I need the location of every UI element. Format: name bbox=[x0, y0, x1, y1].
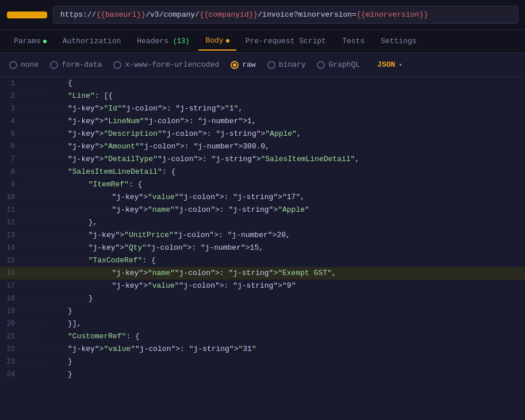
line-number: 2 bbox=[0, 90, 22, 102]
tab-dot-body bbox=[226, 39, 229, 43]
line-content: "j-key">"DetailType""j-colon">: "j-strin… bbox=[68, 153, 525, 166]
code-line: 15· · · · · · · · ·"TaxCodeRef": { bbox=[0, 254, 525, 267]
body-type-graphql[interactable]: GraphQL bbox=[317, 60, 360, 69]
tab-params[interactable]: Params bbox=[7, 32, 53, 50]
line-content: "j-key">"LineNum""j-colon">: "j-number">… bbox=[68, 115, 525, 128]
code-line: 24} bbox=[0, 368, 525, 381]
body-type-raw[interactable]: raw bbox=[231, 60, 255, 69]
radio-circle-graphql bbox=[317, 61, 325, 69]
line-number: 3 bbox=[0, 102, 22, 115]
code-line: 9· · · · · · · · ·"ItemRef": { bbox=[0, 178, 525, 191]
line-content: "j-key">"value""j-colon">: "j-string">"9… bbox=[112, 280, 525, 292]
code-line: 17· · · · · · · · · · · ·"j-key">"value"… bbox=[0, 280, 525, 292]
line-content: "TaxCodeRef": { bbox=[89, 254, 525, 267]
tab-authorization[interactable]: Authorization bbox=[56, 32, 128, 50]
line-number: 6 bbox=[0, 140, 22, 153]
code-line: 13· · · · · · · · ·"j-key">"UnitPrice""j… bbox=[0, 229, 525, 242]
line-content: "j-key">"value""j-colon">: "j-string">"3… bbox=[68, 343, 525, 356]
line-content: "j-key">"Qty""j-colon">: "j-number">15, bbox=[89, 242, 525, 254]
line-content: } bbox=[89, 292, 525, 305]
line-number: 19 bbox=[0, 305, 22, 318]
tab-settings[interactable]: Settings bbox=[374, 32, 423, 50]
line-dots: · · · · · · · · · bbox=[22, 254, 89, 267]
line-dots: · · · · · · bbox=[22, 305, 68, 318]
line-dots: · · · · · · · · · bbox=[22, 216, 89, 229]
code-line: 19· · · · · ·} bbox=[0, 305, 525, 318]
tab-pre-request[interactable]: Pre-request Script bbox=[239, 32, 333, 50]
code-line: 22· · · · · ·"j-key">"value""j-colon">: … bbox=[0, 343, 525, 356]
radio-circle-raw bbox=[231, 61, 239, 69]
line-dots: · · · bbox=[22, 356, 68, 368]
line-dots: · · · · · · · · · bbox=[22, 178, 89, 191]
body-type-form-data[interactable]: form-data bbox=[50, 60, 102, 69]
line-dots: · · · · · · bbox=[22, 343, 68, 356]
line-dots: · · · · · · · · · bbox=[22, 229, 89, 242]
url-display[interactable]: https://{{baseurl}}/v3/company/{{company… bbox=[53, 6, 518, 24]
tabs-bar: ParamsAuthorizationHeaders (13)BodyPre-r… bbox=[0, 30, 525, 53]
line-number: 12 bbox=[0, 216, 22, 229]
line-content: "SalesItemLineDetail": { bbox=[68, 166, 525, 178]
code-line: 6· · · · · ·"j-key">"Amount""j-colon">: … bbox=[0, 140, 525, 153]
tab-badge-headers: (13) bbox=[173, 37, 190, 45]
line-content: } bbox=[68, 305, 525, 318]
line-content: "j-key">"name""j-colon">: "j-string">"Ap… bbox=[112, 204, 525, 216]
radio-circle-form-data bbox=[50, 61, 58, 69]
line-content: "j-key">"value""j-colon">: "j-string">"1… bbox=[112, 191, 525, 204]
line-dots: · · · · · · · · · · · · bbox=[22, 280, 112, 292]
url-bar: https://{{baseurl}}/v3/company/{{company… bbox=[0, 0, 525, 30]
line-dots: · · · · · · bbox=[22, 128, 68, 140]
json-format-label: JSON bbox=[377, 60, 395, 69]
line-number: 10 bbox=[0, 191, 22, 204]
line-content: "j-key">"UnitPrice""j-colon">: "j-number… bbox=[89, 229, 525, 242]
tab-body[interactable]: Body bbox=[198, 32, 236, 51]
line-dots: · · · · · · bbox=[22, 102, 68, 115]
line-content: "ItemRef": { bbox=[89, 178, 525, 191]
tab-tests[interactable]: Tests bbox=[335, 32, 371, 50]
line-number: 7 bbox=[0, 153, 22, 166]
code-line: 16· · · · · · · · · · · ·"j-key">"name""… bbox=[0, 267, 525, 280]
code-line: 3· · · · · ·"j-key">"Id""j-colon">: "j-s… bbox=[0, 102, 525, 115]
line-number: 23 bbox=[0, 356, 22, 368]
line-dots: · · · · · · bbox=[22, 115, 68, 128]
code-line: 7· · · · · ·"j-key">"DetailType""j-colon… bbox=[0, 153, 525, 166]
code-line: 18· · · · · · · · ·} bbox=[0, 292, 525, 305]
line-number: 21 bbox=[0, 330, 22, 343]
line-number: 18 bbox=[0, 292, 22, 305]
body-type-label-binary: binary bbox=[279, 60, 306, 69]
line-number: 11 bbox=[0, 204, 22, 216]
body-type-binary[interactable]: binary bbox=[267, 60, 306, 69]
line-dots: · · · bbox=[22, 330, 68, 343]
line-content: } bbox=[68, 356, 525, 368]
line-number: 9 bbox=[0, 178, 22, 191]
code-line: 10· · · · · · · · · · · ·"j-key">"value"… bbox=[0, 191, 525, 204]
body-type-x-www-form-urlencoded[interactable]: x-www-form-urlencoded bbox=[113, 60, 219, 69]
code-line: 12· · · · · · · · ·}, bbox=[0, 216, 525, 229]
line-number: 14 bbox=[0, 242, 22, 254]
body-type-none[interactable]: none bbox=[9, 60, 39, 69]
line-content: "j-key">"Id""j-colon">: "j-string">"1", bbox=[68, 102, 525, 115]
body-type-label-form-data: form-data bbox=[62, 60, 102, 69]
code-line: 8· · · · · ·"SalesItemLineDetail": { bbox=[0, 166, 525, 178]
line-content: "j-key">"Description""j-colon">: "j-stri… bbox=[68, 128, 525, 140]
line-content: } bbox=[68, 368, 525, 381]
line-number: 20 bbox=[0, 318, 22, 330]
json-format-selector[interactable]: JSON▾ bbox=[377, 60, 403, 69]
line-dots: · · · · · · · · · bbox=[22, 242, 89, 254]
line-dots: · · · · · · bbox=[22, 140, 68, 153]
code-line: 4· · · · · ·"j-key">"LineNum""j-colon">:… bbox=[0, 115, 525, 128]
code-line: 11· · · · · · · · · · · ·"j-key">"name""… bbox=[0, 204, 525, 216]
line-content: "j-key">"name""j-colon">: "j-string">"Ex… bbox=[112, 267, 525, 280]
line-number: 8 bbox=[0, 166, 22, 178]
code-editor[interactable]: 1{2· · ·"Line": [{3· · · · · ·"j-key">"I… bbox=[0, 77, 525, 420]
line-number: 1 bbox=[0, 77, 22, 90]
body-type-label-none: none bbox=[21, 60, 39, 69]
method-selector[interactable] bbox=[7, 12, 47, 18]
line-content: "CustomerRef": { bbox=[68, 330, 525, 343]
code-line: 14· · · · · · · · ·"j-key">"Qty""j-colon… bbox=[0, 242, 525, 254]
radio-circle-x-www-form-urlencoded bbox=[113, 61, 121, 69]
line-number: 5 bbox=[0, 128, 22, 140]
line-number: 13 bbox=[0, 229, 22, 242]
code-line: 23· · ·} bbox=[0, 356, 525, 368]
tab-headers[interactable]: Headers (13) bbox=[130, 32, 196, 50]
line-dots: · · · · · · · · · · · · bbox=[22, 204, 112, 216]
